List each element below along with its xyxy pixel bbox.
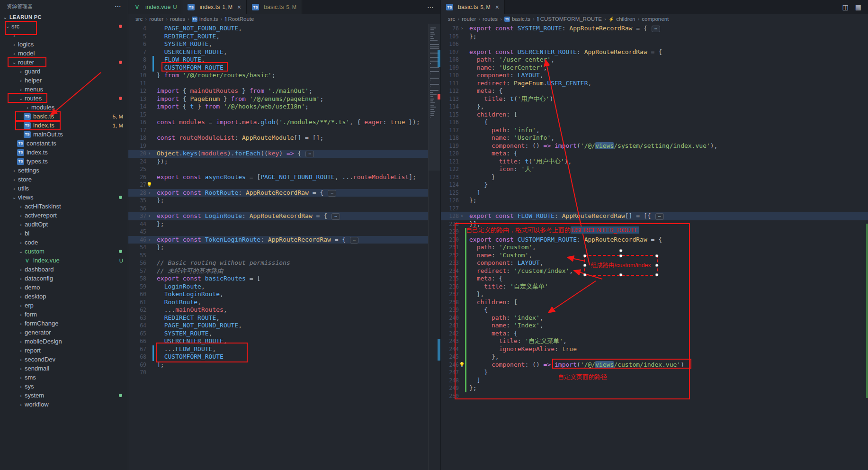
tree-item-erp[interactable]: ›erp: [0, 301, 128, 310]
code-line-16[interactable]: 16const modules = import.meta.glob('./mo…: [128, 118, 440, 127]
tree-item-sys[interactable]: ›sys: [0, 382, 128, 391]
line-number[interactable]: 111: [441, 80, 459, 88]
code-line-232[interactable]: 232 name: 'Custom',: [441, 252, 868, 260]
code-line-239[interactable]: 239 {: [441, 306, 868, 314]
code-line-10[interactable]: 10} from '/@/router/routes/basic';: [128, 72, 440, 80]
line-number[interactable]: 124: [441, 181, 459, 189]
code-line-57[interactable]: 57// 未经许可的基本路由: [128, 267, 440, 275]
code-line-126[interactable]: 126};: [441, 197, 868, 205]
code-line-37[interactable]: 37›export const LoginRoute: AppRouteReco…: [128, 212, 440, 220]
code-line-124[interactable]: 124 }: [441, 181, 868, 189]
code-line-245[interactable]: 245 },: [441, 353, 868, 361]
split-editor-icon[interactable]: ◫: [842, 3, 849, 11]
tree-item-report[interactable]: ›report: [0, 346, 128, 355]
line-number[interactable]: 63: [128, 314, 146, 322]
folded-ellipsis[interactable]: ⋯: [350, 237, 358, 244]
tree-item-code[interactable]: ›code: [0, 238, 128, 247]
line-number[interactable]: 115: [441, 111, 459, 119]
line-number[interactable]: 19: [128, 142, 146, 150]
tree-item-dataconfig[interactable]: ›dataconfig: [0, 274, 128, 283]
fold-chevron-icon[interactable]: ›: [146, 189, 152, 197]
line-number[interactable]: 237: [441, 290, 459, 298]
tree-item-formChange[interactable]: ›formChange: [0, 319, 128, 328]
line-number[interactable]: 69: [128, 361, 146, 369]
code-line-64[interactable]: 64 PAGE_NOT_FOUND_ROUTE,: [128, 322, 440, 330]
line-number[interactable]: 246: [441, 361, 459, 369]
line-number[interactable]: 105: [441, 33, 459, 41]
tab-index.ts[interactable]: TSindex.ts1, M×: [182, 0, 247, 14]
code-line-127[interactable]: 127: [441, 205, 868, 213]
breadcrumb-item-routes[interactable]: routes: [483, 16, 498, 22]
tree-item-router[interactable]: ⌄router: [0, 58, 128, 67]
code-line-46[interactable]: 46›export const TokenLoginRoute: AppRout…: [128, 236, 440, 244]
code-line-26[interactable]: 26export const asyncRoutes = [PAGE_NOT_F…: [128, 173, 440, 181]
line-number[interactable]: 240: [441, 314, 459, 322]
tab-basic.ts[interactable]: TSbasic.ts5, M×: [441, 0, 505, 14]
close-tab-icon[interactable]: ×: [495, 4, 499, 10]
tree-item-basic.ts[interactable]: TSbasic.ts5, M: [0, 112, 128, 121]
line-number[interactable]: 13: [128, 95, 146, 103]
line-number[interactable]: 120: [441, 150, 459, 158]
tree-item-secondDev[interactable]: ›secondDev: [0, 355, 128, 364]
code-line-117[interactable]: 117 path: 'info',: [441, 127, 868, 135]
line-number[interactable]: 123: [441, 173, 459, 181]
tree-item-types.ts[interactable]: TStypes.ts: [0, 157, 128, 166]
code-line-119[interactable]: 119 component: () => import('/@/views/sy…: [441, 142, 868, 150]
line-number[interactable]: 230: [441, 236, 459, 244]
breadcrumb-item-src[interactable]: src: [448, 16, 455, 22]
code-line-108[interactable]: 108 path: '/user-center',: [441, 56, 868, 64]
code-line-8[interactable]: 8 FLOW_ROUTE,: [128, 56, 440, 64]
line-number[interactable]: 249: [441, 384, 459, 392]
tree-item-utils[interactable]: ›utils: [0, 184, 128, 193]
line-number[interactable]: 17: [128, 127, 146, 135]
breadcrumb-item-routes[interactable]: routes: [170, 16, 185, 22]
line-number[interactable]: 113: [441, 95, 459, 103]
line-number[interactable]: 4: [128, 25, 146, 33]
code-line-120[interactable]: 120 meta: {: [441, 150, 868, 158]
code-line-113[interactable]: 113 title: t('用户中心'): [441, 95, 868, 103]
line-number[interactable]: 28: [128, 189, 146, 197]
code-line-27[interactable]: 27💡: [128, 181, 440, 189]
code-line-109[interactable]: 109 name: 'UserCenter',: [441, 64, 868, 72]
folded-ellipsis[interactable]: ⋯: [652, 26, 660, 32]
line-number[interactable]: 37: [128, 212, 146, 220]
tree-item-mobileDesign[interactable]: ›mobileDesign: [0, 337, 128, 346]
tree-item-src[interactable]: ⌄src: [0, 22, 128, 31]
breadcrumb-item-index.ts[interactable]: TSindex.ts: [192, 16, 218, 22]
line-number[interactable]: 16: [128, 118, 146, 127]
line-number[interactable]: 128: [441, 212, 459, 220]
line-number[interactable]: 35: [128, 197, 146, 205]
breadcrumb-item-RootRoute[interactable]: []RootRoute: [224, 16, 254, 22]
code-line-66[interactable]: 66 USERCENTER_ROUTE,: [128, 337, 440, 345]
line-number[interactable]: 44: [128, 220, 146, 228]
code-line-19[interactable]: 19: [128, 142, 440, 150]
code-line-128[interactable]: 128›export const FLOW_ROUTE: AppRouteRec…: [441, 212, 868, 220]
tree-item-auditOpt[interactable]: ›auditOpt: [0, 220, 128, 229]
line-number[interactable]: 45: [128, 228, 146, 236]
line-number[interactable]: 112: [441, 87, 459, 95]
lightbulb-icon[interactable]: 💡: [146, 181, 152, 189]
line-number[interactable]: 228: [441, 220, 459, 228]
line-number[interactable]: 244: [441, 345, 459, 353]
folded-ellipsis[interactable]: ⋯: [328, 190, 336, 197]
code-line-248[interactable]: 248 ]: [441, 377, 868, 385]
code-line-76[interactable]: 76›export const SYSTEM_ROUTE: AppRouteRe…: [441, 25, 868, 33]
code-line-5[interactable]: 5 REDIRECT_ROUTE,: [128, 33, 440, 41]
line-number[interactable]: 106: [441, 40, 459, 48]
code-line-11[interactable]: 11: [128, 80, 440, 88]
line-number[interactable]: 5: [128, 33, 146, 41]
tree-item-demo[interactable]: ›demo: [0, 283, 128, 292]
code-line-115[interactable]: 115 children: [: [441, 111, 868, 119]
line-number[interactable]: 231: [441, 244, 459, 252]
line-number[interactable]: 18: [128, 134, 146, 142]
code-line-250[interactable]: 250: [441, 392, 868, 400]
code-line-36[interactable]: 36: [128, 205, 440, 213]
tree-item-sendmail[interactable]: ›sendmail: [0, 364, 128, 373]
code-line-65[interactable]: 65 SYSTEM_ROUTE,: [128, 330, 440, 338]
code-line-111[interactable]: 111 redirect: PageEnum.USER_CENTER,: [441, 80, 868, 88]
tree-item-model[interactable]: ›model: [0, 49, 128, 58]
tree-item-store[interactable]: ›store: [0, 175, 128, 184]
line-number[interactable]: 12: [128, 87, 146, 95]
line-number[interactable]: 25: [128, 165, 146, 173]
explorer-more-actions-icon[interactable]: ⋯: [115, 2, 121, 10]
